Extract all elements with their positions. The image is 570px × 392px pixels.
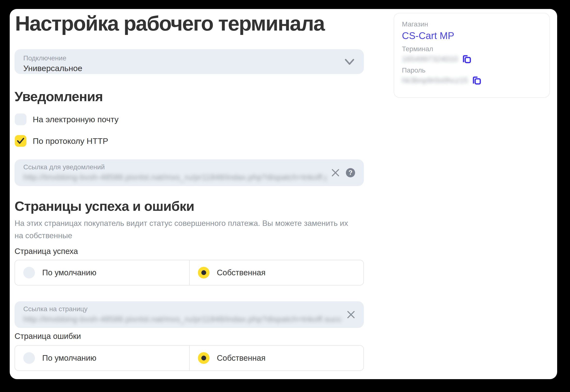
copy-icon[interactable] — [462, 54, 472, 64]
help-icon[interactable]: ? — [346, 168, 355, 177]
error-page-label: Страница ошибки — [14, 332, 81, 341]
http-notifications-option[interactable]: По протоколу HTTP — [15, 135, 108, 147]
email-notifications-option[interactable]: На электронную почту — [15, 113, 119, 125]
connection-select-label: Подключение — [23, 54, 355, 62]
password-label: Пароль — [402, 66, 542, 74]
screenshot-stage: Настройка рабочего терминала Подключение… — [0, 0, 570, 392]
success-page-label: Страница успеха — [14, 247, 78, 256]
notification-url-value: http://tmxbbing-bvsh-48588.pixnlst.nat/m… — [23, 172, 326, 182]
radio-dot — [201, 356, 206, 361]
notification-url-field[interactable]: Ссылка для уведомлений http://tmxbbing-b… — [14, 159, 364, 186]
clear-icon[interactable] — [331, 168, 340, 177]
success-page-radio-group: По умолчанию Собственная — [14, 260, 364, 285]
notifications-heading: Уведомления — [14, 88, 103, 104]
connection-select-value: Универсальное — [23, 63, 355, 73]
error-default-label: По умолчанию — [42, 353, 96, 363]
success-custom-radio[interactable] — [198, 267, 209, 279]
success-custom-option[interactable]: Собственная — [189, 260, 363, 285]
notification-url-label: Ссылка для уведомлений — [23, 163, 326, 171]
success-custom-label: Собственная — [217, 268, 265, 277]
chevron-down-icon — [344, 58, 355, 66]
error-custom-radio[interactable] — [198, 352, 209, 364]
radio-dot — [201, 270, 206, 275]
shop-label: Магазин — [402, 20, 542, 28]
pages-description: На этих страницах покупатель видит стату… — [14, 217, 354, 242]
email-checkbox[interactable] — [15, 113, 27, 125]
http-checkbox[interactable] — [15, 135, 27, 147]
copy-icon[interactable] — [472, 75, 482, 85]
error-default-radio[interactable] — [23, 352, 35, 364]
email-checkbox-label: На электронную почту — [33, 115, 119, 124]
success-default-label: По умолчанию — [42, 268, 96, 277]
connection-select[interactable]: Подключение Универсальное — [14, 49, 364, 74]
http-checkbox-label: По протоколу HTTP — [33, 136, 108, 146]
success-page-url-value: http://tmxbbing-bvsh-48588.pixnlst.nat/m… — [23, 314, 342, 324]
password-value-row: hk3bnp9r0o0hcz15 — [402, 75, 542, 85]
success-page-url-label: Ссылка на страницу — [23, 305, 342, 313]
terminal-value: 1654997324010 — [402, 55, 458, 64]
error-custom-option[interactable]: Собственная — [189, 346, 363, 370]
clear-icon[interactable] — [347, 310, 355, 319]
error-custom-label: Собственная — [217, 353, 265, 363]
shop-link[interactable]: CS-Cart MP — [402, 30, 454, 42]
error-page-radio-group: По умолчанию Собственная — [14, 345, 364, 371]
settings-panel: Настройка рабочего терминала Подключение… — [10, 9, 557, 379]
check-icon — [17, 138, 25, 144]
terminal-label: Терминал — [402, 45, 542, 53]
password-value: hk3bnp9r0o0hcz15 — [402, 76, 468, 85]
page-title: Настройка рабочего терминала — [15, 11, 324, 35]
success-default-option[interactable]: По умолчанию — [15, 260, 189, 285]
error-default-option[interactable]: По умолчанию — [15, 346, 189, 370]
success-page-url-field[interactable]: Ссылка на страницу http://tmxbbing-bvsh-… — [14, 301, 364, 328]
terminal-value-row: 1654997324010 — [402, 54, 542, 64]
success-default-radio[interactable] — [23, 267, 35, 279]
pages-heading: Страницы успеха и ошибки — [14, 198, 194, 214]
terminal-info-card: Магазин CS-Cart MP Терминал 165499732401… — [394, 13, 550, 98]
